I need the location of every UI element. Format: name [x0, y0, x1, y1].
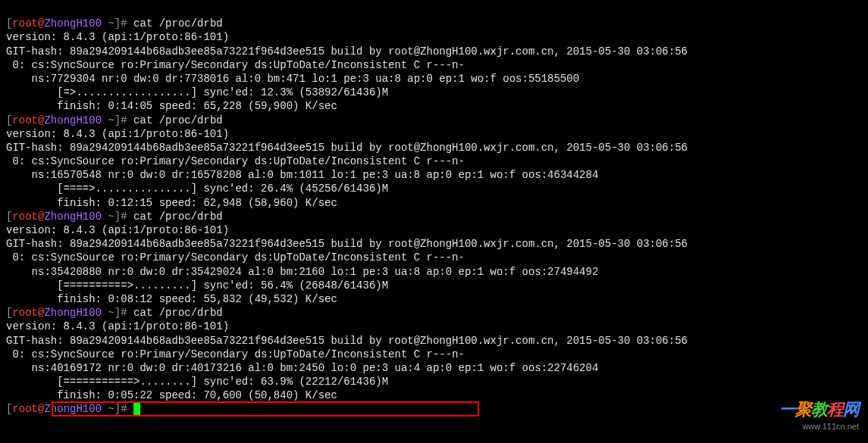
status-line: 0: cs:SyncSource ro:Primary/Secondary ds…: [6, 251, 465, 264]
finish-line: finish: 0:12:15 speed: 62,948 (58,960) K…: [6, 197, 337, 209]
version-line: version: 8.4.3 (api:1/proto:86-101): [6, 31, 229, 43]
watermark-url: www.111cn.net: [779, 421, 859, 432]
prompt-host: ZhongH100: [44, 17, 102, 30]
prompt-user: root: [12, 17, 38, 30]
prompt-host: ZhongH100: [44, 211, 102, 223]
status-line: 0: cs:SyncSource ro:Primary/Secondary ds…: [6, 155, 465, 167]
command-text: cat /proc/drbd: [133, 307, 223, 319]
prompt-host: ZhongH100: [44, 307, 102, 319]
prompt-host: ZhongH100: [44, 114, 102, 126]
progress-line: [==========>.........] sync'ed: 56.4% (2…: [6, 279, 388, 292]
prompt-hash: #: [121, 403, 133, 415]
githash-line: GIT-hash: 89a294209144b68adb3ee85a73221f…: [6, 238, 688, 250]
command-text: cat /proc/drbd: [133, 211, 223, 223]
prompt-tilde: ~: [102, 307, 114, 319]
prompt-user: root: [12, 307, 38, 319]
finish-line: finish: 0:05:22 speed: 70,600 (50,840) K…: [6, 389, 337, 401]
command-text: cat /proc/drbd: [133, 114, 223, 126]
cursor[interactable]: [133, 403, 140, 415]
command-text: cat /proc/drbd: [133, 17, 223, 30]
prompt-user: root: [12, 403, 38, 415]
finish-line: finish: 0:14:05 speed: 65,228 (59,900) K…: [6, 100, 337, 112]
ns-line: ns:16570548 nr:0 dw:0 dr:16578208 al:0 b…: [6, 169, 598, 181]
prompt-tilde: ~: [102, 17, 114, 30]
ns-line: ns:7729304 nr:0 dw:0 dr:7738016 al:0 bm:…: [6, 73, 579, 85]
prompt-host: ZhongH100: [44, 403, 102, 415]
prompt-bracket-r: ]: [114, 307, 121, 319]
githash-line: GIT-hash: 89a294209144b68adb3ee85a73221f…: [6, 45, 688, 58]
ns-line: ns:35420880 nr:0 dw:0 dr:35429024 al:0 b…: [6, 266, 598, 278]
githash-line: GIT-hash: 89a294209144b68adb3ee85a73221f…: [6, 142, 688, 154]
status-line: 0: cs:SyncSource ro:Primary/Secondary ds…: [6, 348, 465, 360]
prompt-bracket-r: ]: [114, 211, 121, 223]
prompt-bracket-r: ]: [114, 114, 121, 126]
finish-line: finish: 0:08:12 speed: 55,832 (49,532) K…: [6, 293, 337, 305]
progress-line: [=>..................] sync'ed: 12.3% (5…: [6, 86, 388, 98]
prompt-user: root: [12, 211, 38, 223]
prompt-tilde: ~: [102, 211, 114, 223]
progress-line: [====>...............] sync'ed: 26.4% (4…: [6, 183, 388, 195]
prompt-tilde: ~: [102, 114, 114, 126]
prompt-user: root: [12, 114, 38, 126]
terminal-output[interactable]: [root@ZhongH100 ~]# cat /proc/drbd versi…: [0, 0, 868, 420]
prompt-hash: #: [121, 17, 133, 30]
version-line: version: 8.4.3 (api:1/proto:86-101): [6, 224, 229, 236]
prompt-hash: #: [121, 114, 133, 126]
prompt-bracket-r: ]: [114, 17, 121, 30]
prompt-hash: #: [121, 211, 133, 223]
version-line: version: 8.4.3 (api:1/proto:86-101): [6, 128, 229, 140]
progress-line: [===========>........] sync'ed: 63.9% (2…: [6, 376, 388, 388]
version-line: version: 8.4.3 (api:1/proto:86-101): [6, 320, 229, 332]
prompt-hash: #: [121, 307, 133, 319]
githash-line: GIT-hash: 89a294209144b68adb3ee85a73221f…: [6, 335, 688, 347]
prompt-tilde: ~: [102, 403, 114, 415]
prompt-bracket-r: ]: [114, 403, 121, 415]
ns-line: ns:40169172 nr:0 dw:0 dr:40173216 al:0 b…: [6, 362, 598, 374]
status-line: 0: cs:SyncSource ro:Primary/Secondary ds…: [6, 59, 465, 71]
